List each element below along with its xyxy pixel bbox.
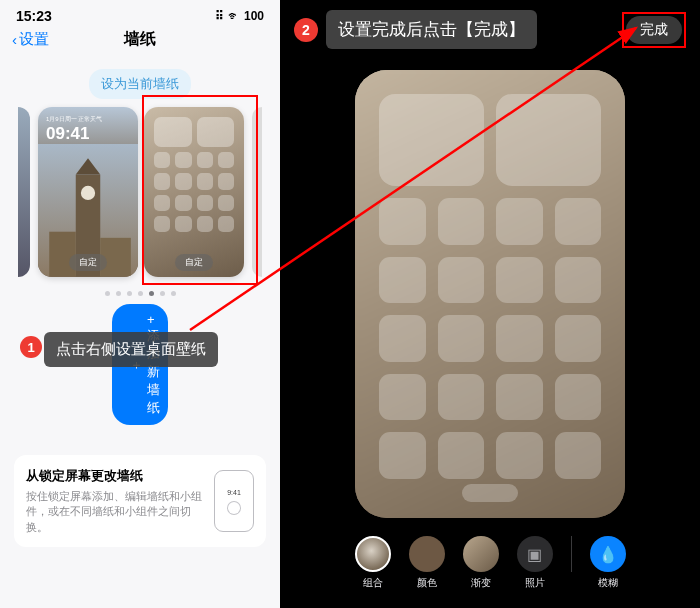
app-icon-placeholder <box>379 374 426 421</box>
back-button[interactable]: ‹ 设置 <box>12 30 49 49</box>
wallpaper-settings-screen: 15:23 ⠿ ᯤ 100 ‹ 设置 墙纸 设为当前墙纸 <box>0 0 280 608</box>
app-icon-placeholder <box>496 315 543 362</box>
step-2-callout: 设置完成后点击【完成】 <box>326 10 537 49</box>
app-icon-placeholder <box>555 374 602 421</box>
home-wallpaper-large-preview[interactable] <box>355 70 625 518</box>
app-icon-placeholder <box>438 198 485 245</box>
tool-color[interactable]: 颜色 <box>409 536 445 590</box>
step-1-badge: 1 <box>20 336 42 358</box>
wallpaper-tools-bar: 组合 颜色 渐变 ▣照片 💧模糊 <box>280 536 700 590</box>
hint-title: 从锁定屏幕更改墙纸 <box>26 467 204 485</box>
chevron-left-icon: ‹ <box>12 31 17 48</box>
wifi-icon: ᯤ <box>228 9 240 23</box>
app-icon-placeholder <box>379 257 426 304</box>
status-bar: 15:23 ⠿ ᯤ 100 <box>0 0 280 26</box>
mini-time: 9:41 <box>227 489 241 496</box>
app-icon-placeholder <box>496 432 543 479</box>
app-icon-placeholder <box>197 195 213 211</box>
tool-separator <box>571 536 572 572</box>
lock-date: 1月9日周一 正常天气 <box>46 115 102 124</box>
home-screen-preview[interactable]: 自定 <box>144 107 244 277</box>
app-icon-placeholder <box>379 198 426 245</box>
page-dots <box>0 291 280 296</box>
set-current-wallpaper-button[interactable]: 设为当前墙纸 <box>0 69 280 99</box>
app-icon-placeholder <box>175 195 191 211</box>
app-icon-placeholder <box>197 173 213 189</box>
nav-bar: ‹ 设置 墙纸 <box>0 26 280 59</box>
page-title: 墙纸 <box>124 29 156 50</box>
app-icon-placeholder <box>555 315 602 362</box>
app-icon-placeholder <box>218 152 234 168</box>
dot <box>138 291 143 296</box>
prev-wallpaper-peek[interactable] <box>18 107 30 277</box>
wallpaper-pair-preview: 1月9日周一 正常天气 09:41 自定 自定 <box>0 107 280 277</box>
lock-screen-preview[interactable]: 1月9日周一 正常天气 09:41 自定 <box>38 107 138 277</box>
dot <box>127 291 132 296</box>
edit-top-bar: 2 设置完成后点击【完成】 完成 <box>280 10 700 49</box>
app-icon-placeholder <box>175 173 191 189</box>
app-icon-placeholder <box>379 315 426 362</box>
dot <box>116 291 121 296</box>
dot <box>160 291 165 296</box>
preview-grid <box>379 94 601 476</box>
step-2-badge: 2 <box>294 18 318 42</box>
status-indicators: ⠿ ᯤ 100 <box>215 9 264 23</box>
app-icon-placeholder <box>496 374 543 421</box>
gradient-icon <box>463 536 499 572</box>
app-icon-placeholder <box>555 257 602 304</box>
app-icon-placeholder <box>379 432 426 479</box>
app-icon-placeholder <box>438 257 485 304</box>
done-button[interactable]: 完成 <box>626 16 682 44</box>
app-icon-placeholder <box>555 432 602 479</box>
home-wallpaper-edit-screen: 2 设置完成后点击【完成】 完成 组合 颜色 渐变 ▣照片 💧模糊 <box>280 0 700 608</box>
app-icon-placeholder <box>496 198 543 245</box>
app-icon-placeholder <box>154 152 170 168</box>
app-icon-placeholder <box>154 216 170 232</box>
dot-active <box>149 291 154 296</box>
app-icon-placeholder <box>154 195 170 211</box>
widget-placeholder <box>496 94 601 186</box>
signal-icon: ⠿ <box>215 9 224 23</box>
app-icon-placeholder <box>154 173 170 189</box>
back-label: 设置 <box>19 30 49 49</box>
app-icon-placeholder <box>438 374 485 421</box>
lock-time: 09:41 <box>46 125 89 142</box>
widget-placeholder <box>154 117 192 147</box>
widget-placeholder <box>197 117 235 147</box>
mini-touch-dot <box>228 502 240 514</box>
app-icon-placeholder <box>555 198 602 245</box>
color-icon <box>409 536 445 572</box>
tool-gradient[interactable]: 渐变 <box>463 536 499 590</box>
next-wallpaper-peek[interactable] <box>252 107 262 277</box>
app-icon-placeholder <box>438 315 485 362</box>
tool-blur[interactable]: 💧模糊 <box>590 536 626 590</box>
app-icon-placeholder <box>175 152 191 168</box>
set-current-label: 设为当前墙纸 <box>89 69 191 99</box>
customize-lock-button[interactable]: 自定 <box>69 254 107 271</box>
blur-icon: 💧 <box>590 536 626 572</box>
combo-icon <box>355 536 391 572</box>
app-icon-placeholder <box>438 432 485 479</box>
hint-desc: 按住锁定屏幕添加、编辑墙纸和小组件，或在不同墙纸和小组件之间切换。 <box>26 489 204 535</box>
home-grid <box>154 117 234 251</box>
app-icon-placeholder <box>496 257 543 304</box>
tool-combo[interactable]: 组合 <box>355 536 391 590</box>
app-icon-placeholder <box>218 173 234 189</box>
tool-photo[interactable]: ▣照片 <box>517 536 553 590</box>
battery-text: 100 <box>244 9 264 23</box>
dot <box>105 291 110 296</box>
status-time: 15:23 <box>16 8 52 24</box>
mini-phone-illustration: 9:41 <box>214 470 254 532</box>
widget-placeholder <box>379 94 484 186</box>
app-icon-placeholder <box>218 195 234 211</box>
app-icon-placeholder <box>175 216 191 232</box>
search-pill-placeholder <box>462 484 518 502</box>
app-icon-placeholder <box>197 216 213 232</box>
lock-screen-edit-hint-card: 从锁定屏幕更改墙纸 按住锁定屏幕添加、编辑墙纸和小组件，或在不同墙纸和小组件之间… <box>14 455 266 547</box>
photo-icon: ▣ <box>517 536 553 572</box>
step-1-callout: 点击右侧设置桌面壁纸 <box>44 332 218 367</box>
svg-point-3 <box>81 186 95 200</box>
customize-home-button[interactable]: 自定 <box>175 254 213 271</box>
dot <box>171 291 176 296</box>
annotation-highlight-done: 完成 <box>622 12 686 48</box>
